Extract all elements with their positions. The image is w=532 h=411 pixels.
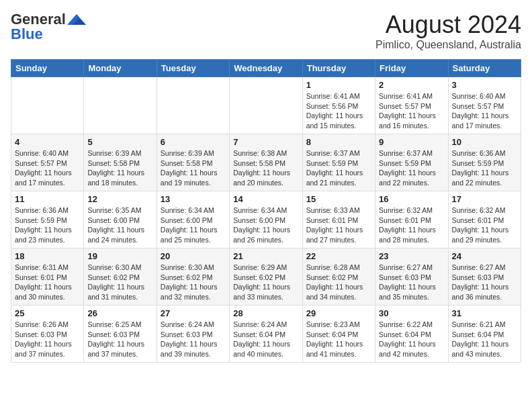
- day-number: 28: [233, 308, 298, 318]
- day-number: 30: [379, 308, 444, 318]
- day-info: Sunrise: 6:24 AM Sunset: 6:04 PM Dayligh…: [233, 320, 298, 359]
- day-number: 15: [306, 194, 371, 204]
- day-info: Sunrise: 6:41 AM Sunset: 5:57 PM Dayligh…: [379, 91, 444, 131]
- day-info: Sunrise: 6:32 AM Sunset: 6:01 PM Dayligh…: [452, 205, 517, 245]
- calendar-cell: 15Sunrise: 6:33 AM Sunset: 6:01 PM Dayli…: [302, 191, 375, 248]
- calendar-cell: 27Sunrise: 6:24 AM Sunset: 6:03 PM Dayli…: [157, 306, 229, 363]
- day-info: Sunrise: 6:34 AM Sunset: 6:00 PM Dayligh…: [161, 205, 226, 245]
- day-info: Sunrise: 6:32 AM Sunset: 6:01 PM Dayligh…: [379, 205, 444, 245]
- day-info: Sunrise: 6:40 AM Sunset: 5:57 PM Dayligh…: [452, 91, 517, 131]
- day-info: Sunrise: 6:29 AM Sunset: 6:02 PM Dayligh…: [233, 263, 298, 302]
- day-number: 3: [452, 80, 517, 90]
- day-info: Sunrise: 6:36 AM Sunset: 5:59 PM Dayligh…: [15, 205, 80, 245]
- header-friday: Friday: [375, 60, 448, 77]
- calendar-cell: 31Sunrise: 6:21 AM Sunset: 6:04 PM Dayli…: [448, 306, 521, 363]
- day-info: Sunrise: 6:27 AM Sunset: 6:03 PM Dayligh…: [379, 263, 444, 302]
- calendar-cell: 29Sunrise: 6:23 AM Sunset: 6:04 PM Dayli…: [302, 306, 375, 363]
- day-number: 21: [233, 251, 298, 261]
- calendar-cell: 28Sunrise: 6:24 AM Sunset: 6:04 PM Dayli…: [230, 306, 302, 363]
- day-info: Sunrise: 6:23 AM Sunset: 6:04 PM Dayligh…: [306, 320, 371, 359]
- calendar-cell: 11Sunrise: 6:36 AM Sunset: 5:59 PM Dayli…: [11, 191, 84, 248]
- logo: General Blue: [11, 11, 86, 43]
- day-number: 22: [306, 251, 371, 261]
- day-number: 25: [15, 308, 80, 318]
- header-sunday: Sunday: [11, 60, 84, 77]
- calendar-cell: 26Sunrise: 6:25 AM Sunset: 6:03 PM Dayli…: [84, 306, 157, 363]
- calendar-cell: 6Sunrise: 6:39 AM Sunset: 5:58 PM Daylig…: [157, 134, 229, 191]
- calendar-cell: [11, 77, 84, 134]
- day-number: 26: [87, 308, 152, 318]
- day-number: 19: [87, 251, 152, 261]
- day-number: 29: [306, 308, 371, 318]
- calendar-row-2: 11Sunrise: 6:36 AM Sunset: 5:59 PM Dayli…: [11, 191, 521, 248]
- day-info: Sunrise: 6:26 AM Sunset: 6:03 PM Dayligh…: [15, 320, 80, 359]
- day-info: Sunrise: 6:34 AM Sunset: 6:00 PM Dayligh…: [233, 205, 298, 245]
- day-number: 14: [233, 194, 298, 204]
- calendar-header-row: Sunday Monday Tuesday Wednesday Thursday…: [11, 60, 521, 77]
- day-info: Sunrise: 6:35 AM Sunset: 6:00 PM Dayligh…: [87, 205, 152, 245]
- calendar-cell: 2Sunrise: 6:41 AM Sunset: 5:57 PM Daylig…: [375, 77, 448, 134]
- day-number: 18: [15, 251, 80, 261]
- calendar-cell: 16Sunrise: 6:32 AM Sunset: 6:01 PM Dayli…: [375, 191, 448, 248]
- calendar-cell: 7Sunrise: 6:38 AM Sunset: 5:58 PM Daylig…: [230, 134, 302, 191]
- calendar-cell: 18Sunrise: 6:31 AM Sunset: 6:01 PM Dayli…: [11, 248, 84, 306]
- logo-icon: [67, 13, 86, 26]
- day-number: 7: [233, 137, 298, 147]
- day-number: 13: [161, 194, 226, 204]
- calendar-cell: [230, 77, 302, 134]
- day-info: Sunrise: 6:24 AM Sunset: 6:03 PM Dayligh…: [161, 320, 226, 359]
- day-number: 12: [87, 194, 152, 204]
- calendar-cell: 14Sunrise: 6:34 AM Sunset: 6:00 PM Dayli…: [230, 191, 302, 248]
- day-info: Sunrise: 6:30 AM Sunset: 6:02 PM Dayligh…: [87, 263, 152, 302]
- calendar-cell: 3Sunrise: 6:40 AM Sunset: 5:57 PM Daylig…: [448, 77, 521, 134]
- day-number: 17: [452, 194, 517, 204]
- calendar-row-3: 18Sunrise: 6:31 AM Sunset: 6:01 PM Dayli…: [11, 248, 521, 306]
- calendar-cell: 13Sunrise: 6:34 AM Sunset: 6:00 PM Dayli…: [157, 191, 229, 248]
- logo-blue: Blue: [11, 26, 43, 43]
- calendar-row-4: 25Sunrise: 6:26 AM Sunset: 6:03 PM Dayli…: [11, 306, 521, 363]
- day-info: Sunrise: 6:38 AM Sunset: 5:58 PM Dayligh…: [233, 148, 298, 188]
- header-tuesday: Tuesday: [157, 60, 229, 77]
- day-number: 20: [161, 251, 226, 261]
- calendar-table: Sunday Monday Tuesday Wednesday Thursday…: [11, 59, 521, 363]
- calendar-cell: [84, 77, 157, 134]
- calendar-cell: 20Sunrise: 6:30 AM Sunset: 6:02 PM Dayli…: [157, 248, 229, 306]
- header-thursday: Thursday: [302, 60, 375, 77]
- calendar-cell: 4Sunrise: 6:40 AM Sunset: 5:57 PM Daylig…: [11, 134, 84, 191]
- calendar-cell: 30Sunrise: 6:22 AM Sunset: 6:04 PM Dayli…: [375, 306, 448, 363]
- calendar-cell: 10Sunrise: 6:36 AM Sunset: 5:59 PM Dayli…: [448, 134, 521, 191]
- calendar-cell: 22Sunrise: 6:28 AM Sunset: 6:02 PM Dayli…: [302, 248, 375, 306]
- day-info: Sunrise: 6:22 AM Sunset: 6:04 PM Dayligh…: [379, 320, 444, 359]
- calendar-cell: 8Sunrise: 6:37 AM Sunset: 5:59 PM Daylig…: [302, 134, 375, 191]
- day-info: Sunrise: 6:31 AM Sunset: 6:01 PM Dayligh…: [15, 263, 80, 302]
- day-info: Sunrise: 6:37 AM Sunset: 5:59 PM Dayligh…: [379, 148, 444, 188]
- day-number: 24: [452, 251, 517, 261]
- calendar-cell: 21Sunrise: 6:29 AM Sunset: 6:02 PM Dayli…: [230, 248, 302, 306]
- calendar-row-1: 4Sunrise: 6:40 AM Sunset: 5:57 PM Daylig…: [11, 134, 521, 191]
- day-info: Sunrise: 6:41 AM Sunset: 5:56 PM Dayligh…: [306, 91, 371, 131]
- calendar-cell: 17Sunrise: 6:32 AM Sunset: 6:01 PM Dayli…: [448, 191, 521, 248]
- day-info: Sunrise: 6:27 AM Sunset: 6:03 PM Dayligh…: [452, 263, 517, 302]
- day-number: 16: [379, 194, 444, 204]
- day-info: Sunrise: 6:33 AM Sunset: 6:01 PM Dayligh…: [306, 205, 371, 245]
- day-number: 5: [87, 137, 152, 147]
- page-header: General Blue August 2024 Pimlico, Queens…: [11, 11, 521, 51]
- location-text: Pimlico, Queensland, Australia: [375, 39, 521, 51]
- day-number: 23: [379, 251, 444, 261]
- calendar-cell: 19Sunrise: 6:30 AM Sunset: 6:02 PM Dayli…: [84, 248, 157, 306]
- calendar-cell: 1Sunrise: 6:41 AM Sunset: 5:56 PM Daylig…: [302, 77, 375, 134]
- month-title: August 2024: [375, 11, 521, 39]
- day-number: 9: [379, 137, 444, 147]
- day-info: Sunrise: 6:28 AM Sunset: 6:02 PM Dayligh…: [306, 263, 371, 302]
- header-saturday: Saturday: [448, 60, 521, 77]
- calendar-cell: 24Sunrise: 6:27 AM Sunset: 6:03 PM Dayli…: [448, 248, 521, 306]
- day-number: 31: [452, 308, 517, 318]
- header-wednesday: Wednesday: [230, 60, 302, 77]
- day-info: Sunrise: 6:40 AM Sunset: 5:57 PM Dayligh…: [15, 148, 80, 188]
- calendar-cell: 23Sunrise: 6:27 AM Sunset: 6:03 PM Dayli…: [375, 248, 448, 306]
- day-number: 27: [161, 308, 226, 318]
- title-area: August 2024 Pimlico, Queensland, Austral…: [375, 11, 521, 51]
- calendar-cell: 12Sunrise: 6:35 AM Sunset: 6:00 PM Dayli…: [84, 191, 157, 248]
- day-number: 2: [379, 80, 444, 90]
- day-number: 11: [15, 194, 80, 204]
